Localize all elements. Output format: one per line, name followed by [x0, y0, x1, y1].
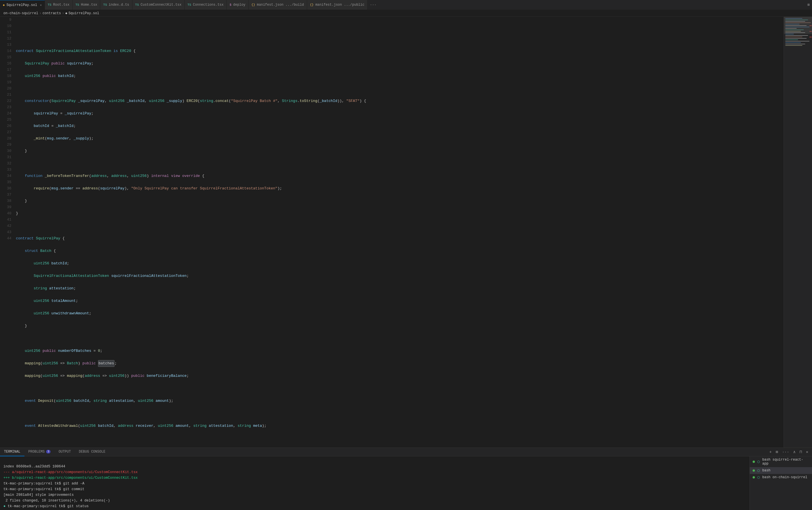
- collapse-panel-button[interactable]: ∧: [792, 449, 797, 455]
- tab-problems[interactable]: PROBLEMS 3: [24, 448, 55, 456]
- add-terminal-button[interactable]: +: [768, 449, 773, 455]
- code-line-35: uint256 public numberOfBatches = 0;: [16, 348, 784, 354]
- code-line-14: [16, 86, 784, 92]
- tab-root-tsx[interactable]: TS Root.tsx: [45, 0, 73, 10]
- svg-rect-19: [785, 45, 802, 46]
- tab-home-tsx[interactable]: TS Home.tsx: [73, 0, 100, 10]
- code-line-37: mapping(uint256 => mapping(address => ui…: [16, 373, 784, 379]
- problems-tab-label: PROBLEMS: [28, 450, 45, 454]
- code-line-18: _mint(msg.sender, _supply);: [16, 136, 784, 142]
- code-line-33: }: [16, 323, 784, 329]
- split-terminal-button[interactable]: ⊞: [774, 449, 779, 455]
- tab-label: manifest.json .../public: [315, 3, 365, 7]
- svg-rect-15: [785, 39, 798, 40]
- code-line-20: [16, 160, 784, 167]
- tab-label: Home.tsx: [81, 3, 97, 7]
- code-line-26: contract SquirrelPay {: [16, 235, 784, 242]
- svg-rect-18: [785, 44, 805, 44]
- close-icon[interactable]: ✕: [40, 3, 42, 7]
- editor[interactable]: 9 10 11 12 13 14 15 16 17 18 19 20 21 22…: [0, 17, 784, 448]
- terminal-icon: ⬡: [757, 460, 760, 464]
- sol-file-icon: ◆: [3, 3, 5, 7]
- debug-tab-label: DEBUG CONSOLE: [79, 450, 106, 454]
- minimap-slider[interactable]: [784, 17, 812, 34]
- code-line-15: constructor(SquirrelPay _squirrelPay, ui…: [16, 98, 784, 104]
- tab-connections-tsx[interactable]: TS Connections.tsx: [185, 0, 227, 10]
- terminal-status-dot: [753, 476, 755, 478]
- tab-label: CustomConnectKit.tsx: [141, 3, 181, 7]
- tab-customconnectkit[interactable]: TS CustomConnectKit.tsx: [133, 0, 185, 10]
- terminal-icon: ⬡: [757, 476, 760, 479]
- code-line-13: uint256 public batchId;: [16, 73, 784, 79]
- breadcrumb-part-1[interactable]: on-chain-squirrel: [3, 11, 38, 15]
- terminal-sidebar: ⬡ bash squirrel-react-app ⬡ bash ⬡ bash …: [750, 456, 812, 510]
- tab-index-dts[interactable]: TS index.d.ts: [100, 0, 132, 10]
- svg-rect-16: [785, 41, 809, 41]
- code-line-21: function _beforeTokenTransfer(address, a…: [16, 173, 784, 179]
- terminal-session-bash[interactable]: ⬡ bash: [750, 467, 812, 474]
- code-line-38: [16, 385, 784, 392]
- code-line-36: mapping(uint256 => Batch) public batches…: [16, 360, 784, 367]
- code-line-30: string attestation;: [16, 286, 784, 292]
- more-panel-button[interactable]: ···: [780, 449, 790, 455]
- code-line-31: uint256 totalAmount;: [16, 298, 784, 304]
- code-line-40: [16, 410, 784, 417]
- breadcrumb-sep-2: ›: [62, 11, 64, 15]
- code-line-34: [16, 335, 784, 341]
- terminal-session-label: bash on-chain-squirrel: [762, 475, 807, 479]
- tab-label: SquirrelPay.sol: [6, 3, 37, 7]
- breadcrumb: on-chain-squirrel › contracts › ◆ Squirr…: [0, 10, 812, 17]
- panel-controls: + ⊞ ··· ∧ ⊓ ✕: [768, 449, 812, 455]
- svg-rect-13: [785, 37, 802, 37]
- maximize-panel-button[interactable]: ⊓: [798, 449, 803, 455]
- tab-deploy[interactable]: $ deploy: [227, 0, 249, 10]
- bottom-panel: TERMINAL PROBLEMS 3 OUTPUT DEBUG CONSOLE…: [0, 448, 812, 510]
- code-line-16: squirrelPay = _squirrelPay;: [16, 111, 784, 117]
- code-line-28: uint256 batchId;: [16, 261, 784, 267]
- tab-label: manifest.json .../build: [257, 3, 304, 7]
- terminal-session-bash-squirrel[interactable]: ⬡ bash squirrel-react-app: [750, 456, 812, 467]
- tab-manifest-public[interactable]: {} manifest.json .../public: [307, 0, 368, 10]
- terminal-status-dot: [753, 460, 755, 463]
- tab-squirrelpay-sol[interactable]: ◆ SquirrelPay.sol ✕: [0, 0, 45, 10]
- code-line-39: event Deposit(uint256 batchId, string at…: [16, 398, 784, 404]
- tab-manifest-build[interactable]: {} manifest.json .../build: [249, 0, 307, 10]
- terminal-status-dot: [753, 470, 755, 472]
- svg-rect-14: [785, 38, 807, 39]
- code-line-42: [16, 435, 784, 442]
- tab-label: index.d.ts: [109, 3, 129, 7]
- code-line-10: [16, 35, 784, 42]
- code-line-22: require(msg.sender == address(squirrelPa…: [16, 185, 784, 192]
- more-tabs-button[interactable]: ···: [368, 3, 379, 7]
- layout-button[interactable]: ⊞: [805, 3, 812, 7]
- terminal-icon: ⬡: [757, 469, 760, 473]
- line-numbers: 9 10 11 12 13 14 15 16 17 18 19 20 21 22…: [0, 17, 13, 448]
- code-line-41: event AttestedWithdrawal(uint256 batchId…: [16, 423, 784, 429]
- panel-tab-bar: TERMINAL PROBLEMS 3 OUTPUT DEBUG CONSOLE…: [0, 448, 812, 456]
- code-line-23: }: [16, 198, 784, 204]
- minimap: [784, 17, 812, 448]
- tab-label: Connections.tsx: [193, 3, 224, 7]
- terminal-session-bash-onchain[interactable]: ⬡ bash on-chain-squirrel: [750, 474, 812, 481]
- code-line-24: }: [16, 210, 784, 217]
- tab-debug-console[interactable]: DEBUG CONSOLE: [75, 448, 109, 456]
- code-line-19: }: [16, 148, 784, 154]
- terminal-content: index 8660be9..aa23dd5 100644 --- a/squi…: [0, 456, 812, 510]
- code-line-9: [16, 23, 784, 29]
- code-editor-content[interactable]: contract SquirrelFractionalAttestationTo…: [13, 17, 784, 448]
- tab-bar: ◆ SquirrelPay.sol ✕ TS Root.tsx TS Home.…: [0, 0, 812, 10]
- tab-output[interactable]: OUTPUT: [55, 448, 75, 456]
- tab-terminal[interactable]: TERMINAL: [0, 448, 24, 456]
- breadcrumb-sep-1: ›: [39, 11, 41, 15]
- svg-rect-12: [785, 35, 808, 36]
- breadcrumb-part-2[interactable]: contracts: [42, 11, 61, 15]
- terminal-tab-label: TERMINAL: [4, 450, 21, 454]
- sol-breadcrumb-icon: ◆: [65, 11, 67, 15]
- ts-file-icon: TS: [187, 3, 191, 6]
- breadcrumb-part-3[interactable]: SquirrelPay.sol: [68, 11, 99, 15]
- terminal-output[interactable]: index 8660be9..aa23dd5 100644 --- a/squi…: [0, 456, 750, 510]
- close-panel-button[interactable]: ✕: [805, 449, 810, 455]
- ts-file-icon: TS: [76, 3, 79, 6]
- terminal-session-label: bash: [762, 469, 771, 473]
- code-line-12: SquirrelPay public squirrelPay;: [16, 60, 784, 67]
